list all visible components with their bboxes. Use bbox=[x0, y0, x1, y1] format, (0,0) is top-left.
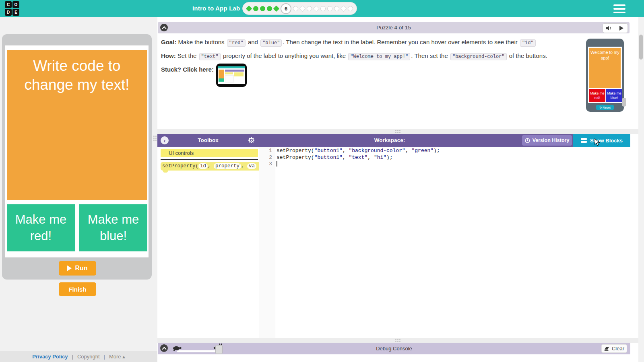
copyright-link[interactable]: Copyright bbox=[77, 354, 100, 360]
progress-dot-done[interactable] bbox=[273, 5, 280, 12]
category-ui-controls[interactable]: UI controls bbox=[161, 149, 258, 157]
block-parameter: property bbox=[214, 163, 241, 169]
workspace-title: Workspace: bbox=[359, 137, 420, 143]
text-segment: of the buttons. bbox=[508, 52, 547, 59]
progress-dot-todo[interactable] bbox=[313, 5, 320, 12]
line-number: 1 bbox=[259, 148, 272, 154]
code-line[interactable]: 3 bbox=[259, 161, 630, 168]
logo-letter: D bbox=[5, 9, 12, 16]
progress-dot-todo[interactable] bbox=[334, 6, 339, 11]
block-parameter: id bbox=[198, 163, 208, 169]
inline-code-chip: "background-color" bbox=[450, 53, 507, 60]
progress-dot-todo[interactable] bbox=[327, 6, 332, 11]
text-segment: Make the buttons bbox=[176, 39, 226, 45]
blocks-icon bbox=[581, 138, 587, 143]
phone-visualization: Write code to change my text! Make me re… bbox=[2, 34, 152, 280]
inline-code-chip: "Welcome to my app!" bbox=[348, 53, 410, 60]
toolbox-body: UI controls setProperty(id, property, va bbox=[157, 147, 259, 338]
clock-icon bbox=[525, 138, 530, 143]
show-blocks-button[interactable]: Show Blocks bbox=[573, 134, 630, 147]
debug-console-title: Debug Console bbox=[158, 346, 630, 352]
text-segment: property of the label to anything you wa… bbox=[221, 52, 348, 59]
progress-dot-todo[interactable] bbox=[341, 5, 347, 12]
progress-dot-done[interactable] bbox=[246, 5, 252, 12]
progress-dot-todo[interactable] bbox=[299, 5, 306, 12]
line-number: 2 bbox=[259, 154, 272, 161]
code-org-logo[interactable]: C O D E bbox=[5, 1, 19, 16]
progress-dot-done[interactable] bbox=[260, 6, 265, 11]
text-cursor bbox=[277, 161, 277, 167]
inline-code-chip: "red" bbox=[227, 39, 246, 47]
code-editor[interactable]: 1setProperty("button1", "background-colo… bbox=[259, 147, 630, 338]
logo-letter: C bbox=[5, 1, 12, 8]
more-link[interactable]: More ▴ bbox=[109, 354, 125, 360]
privacy-policy-link[interactable]: Privacy Policy bbox=[32, 354, 68, 360]
text-segment: Goal: bbox=[161, 39, 176, 45]
line-number: 3 bbox=[259, 161, 272, 168]
play-icon bbox=[67, 265, 72, 271]
separator: | bbox=[72, 354, 73, 360]
play-audio-button[interactable] bbox=[615, 24, 628, 33]
inline-code-chip: "text" bbox=[199, 53, 221, 60]
version-history-button[interactable]: Version History bbox=[522, 135, 572, 146]
separator: | bbox=[104, 354, 105, 360]
grip-dots-icon bbox=[395, 130, 400, 133]
make-me-red-button[interactable]: Make me red! bbox=[7, 204, 75, 251]
workspace-header: Workspace: Version History Show Blocks bbox=[259, 134, 630, 147]
clear-console-button[interactable]: Clear bbox=[601, 344, 627, 353]
code-line[interactable]: 2setProperty("button1", "text", "hi"); bbox=[259, 154, 630, 161]
help-video-thumbnail[interactable] bbox=[216, 64, 247, 87]
toolbox-header: ‹ Toolbox bbox=[157, 134, 259, 147]
logo-letter: E bbox=[12, 9, 19, 16]
gear-icon[interactable] bbox=[248, 137, 255, 144]
text-segment: How: bbox=[161, 52, 176, 59]
progress-dot-todo[interactable] bbox=[348, 6, 353, 11]
setproperty-block[interactable]: setProperty(id, property, va bbox=[161, 162, 259, 171]
footer-links: Privacy Policy | Copyright | More ▴ bbox=[0, 351, 157, 362]
preview-reset-button: ↻ Reset bbox=[596, 105, 614, 110]
console-output-area bbox=[158, 354, 630, 362]
app-screen: Write code to change my text! Make me re… bbox=[5, 45, 149, 257]
progress-dot-todo[interactable] bbox=[293, 6, 298, 11]
progress-dot-current[interactable]: 6 bbox=[281, 3, 291, 14]
text-segment: , bbox=[208, 163, 214, 169]
audio-controls bbox=[603, 23, 628, 33]
progress-dot-done[interactable] bbox=[267, 6, 272, 11]
read-aloud-button[interactable] bbox=[603, 24, 615, 33]
app-text-label: Write code to change my text! bbox=[7, 50, 147, 200]
progress-dot-done[interactable] bbox=[253, 6, 258, 11]
course-title: Intro to App Lab bbox=[192, 5, 240, 12]
page-scrollbar-track bbox=[638, 17, 644, 362]
target-app-preview: Welcome to my app! Make me red! Make me … bbox=[586, 39, 624, 112]
text-segment: , bbox=[241, 163, 247, 169]
stuck-label: Stuck? Click here: bbox=[161, 65, 214, 74]
caret-up-icon: ▴ bbox=[122, 354, 125, 360]
horizontal-resize-handle[interactable] bbox=[157, 338, 638, 343]
make-me-blue-button[interactable]: Make me blue! bbox=[79, 204, 147, 251]
horizontal-resize-handle[interactable] bbox=[157, 129, 638, 134]
hamburger-menu-icon[interactable] bbox=[613, 4, 625, 13]
puzzle-title: Puzzle 4 of 15 bbox=[158, 25, 630, 31]
instructions-scrollbar-thumb[interactable] bbox=[622, 98, 626, 107]
page-scrollbar-thumb[interactable] bbox=[639, 35, 643, 60]
preview-label: Welcome to my app! bbox=[589, 48, 621, 88]
inline-code-chip: "id" bbox=[520, 39, 536, 47]
preview-red-button: Make me red! bbox=[589, 89, 605, 102]
finish-button[interactable]: Finish bbox=[59, 282, 96, 296]
block-parameter: va bbox=[247, 163, 256, 169]
code-line[interactable]: 1setProperty("button1", "background-colo… bbox=[259, 148, 630, 154]
lesson-progress: 6 bbox=[242, 2, 357, 15]
text-segment: Set the bbox=[176, 52, 198, 59]
app-lab-window: C O D E Intro to App Lab 6 Write code to… bbox=[0, 0, 644, 362]
progress-dot-todo[interactable] bbox=[320, 6, 326, 11]
instructions-header: Puzzle 4 of 15 bbox=[158, 22, 630, 33]
text-segment: and bbox=[246, 39, 260, 45]
text-segment: setProperty( bbox=[162, 163, 198, 169]
progress-dot-todo[interactable] bbox=[307, 6, 312, 11]
code-text: setProperty("button1", "text", "hi"); bbox=[272, 154, 393, 161]
eraser-icon bbox=[604, 346, 610, 351]
run-button[interactable]: Run bbox=[59, 261, 96, 276]
code-text: setProperty("button1", "background-color… bbox=[272, 148, 440, 154]
vertical-resize-handle[interactable] bbox=[153, 136, 157, 141]
preview-blue-button: Make me blue! bbox=[606, 89, 622, 102]
